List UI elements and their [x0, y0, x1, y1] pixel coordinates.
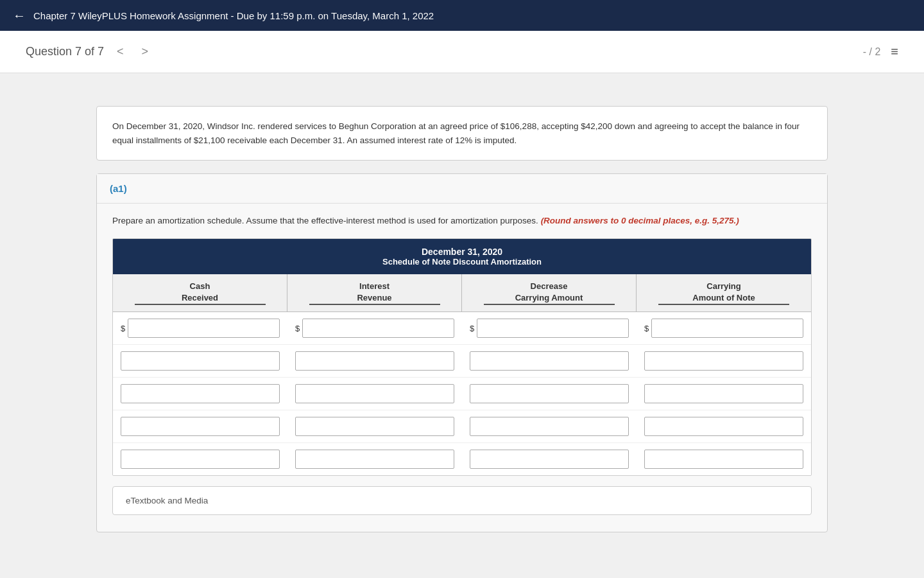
col-header-decrease-line2: Carrying Amount	[515, 293, 583, 302]
table-title-row: December 31, 2020 Schedule of Note Disco…	[113, 239, 811, 274]
row2-input2[interactable]	[295, 351, 454, 371]
row1-input3[interactable]	[477, 319, 629, 338]
top-bar: ← Chapter 7 WileyPLUS Homework Assignmen…	[0, 0, 924, 31]
row2-input4[interactable]	[644, 351, 803, 371]
dollar-sign-4: $	[644, 324, 649, 333]
row5-input3[interactable]	[470, 450, 629, 469]
row3-input4[interactable]	[644, 384, 803, 403]
col-header-carrying-line1: Carrying	[642, 281, 806, 292]
row1-cell4: $	[637, 316, 811, 340]
col-header-carrying-underline: Amount of Note	[658, 292, 790, 305]
row3-cell2	[287, 381, 462, 406]
row4-cell1	[113, 414, 287, 439]
main-content: On December 31, 2020, Windsor Inc. rende…	[0, 93, 924, 558]
table-title-sub: Schedule of Note Discount Amortization	[121, 257, 803, 267]
col-header-decrease-line1: Decrease	[467, 281, 631, 292]
row4-cell2	[287, 414, 462, 439]
dollar-sign-1: $	[121, 324, 125, 333]
part-header: (a1)	[97, 174, 827, 204]
col-header-interest: Interest Revenue	[287, 274, 462, 311]
top-bar-title: Chapter 7 WileyPLUS Homework Assignment …	[33, 10, 434, 21]
row3-cell1	[113, 381, 287, 406]
row5-cell2	[287, 447, 462, 471]
row2-cell3	[462, 349, 637, 373]
col-header-cash-line2: Received	[182, 293, 218, 302]
col-header-carrying: Carrying Amount of Note	[637, 274, 811, 311]
table-row	[113, 443, 811, 475]
question-header: Question 7 of 7 < > - / 2 ≡	[0, 31, 924, 73]
part-body: Prepare an amortization schedule. Assume…	[97, 204, 827, 532]
table-row: $ $ $ $	[113, 312, 811, 345]
col-header-cash-underline: Received	[135, 292, 266, 305]
part-a1-box: (a1) Prepare an amortization schedule. A…	[96, 173, 828, 532]
col-header-decrease-underline: Carrying Amount	[484, 292, 615, 305]
row1-input2[interactable]	[302, 319, 454, 338]
next-question-button[interactable]: >	[137, 42, 154, 61]
row1-cell3: $	[462, 316, 637, 340]
table-row	[113, 345, 811, 378]
row2-cell4	[637, 349, 811, 373]
part-label: (a1)	[110, 183, 127, 194]
row1-input4[interactable]	[651, 319, 803, 338]
col-header-cash-line1: Cash	[118, 281, 282, 292]
row5-cell4	[637, 447, 811, 471]
row3-cell4	[637, 381, 811, 406]
etextbook-label: eTextbook and Media	[126, 496, 208, 505]
table-row	[113, 410, 811, 443]
col-header-carrying-line2: Amount of Note	[692, 293, 755, 302]
row3-input2[interactable]	[295, 384, 454, 403]
prev-question-button[interactable]: <	[112, 42, 129, 61]
list-icon[interactable]: ≡	[891, 44, 898, 59]
partial-content	[96, 80, 828, 93]
question-nav: Question 7 of 7 < >	[26, 42, 153, 61]
row4-cell4	[637, 414, 811, 439]
row2-cell2	[287, 349, 462, 373]
back-button[interactable]: ←	[13, 8, 26, 23]
row2-input1[interactable]	[121, 351, 280, 371]
dollar-sign-2: $	[295, 324, 300, 333]
col-header-interest-line1: Interest	[293, 281, 456, 292]
table-title-main: December 31, 2020	[121, 247, 803, 257]
row5-input4[interactable]	[644, 450, 803, 469]
etextbook-box: eTextbook and Media	[112, 486, 812, 515]
col-header-cash: Cash Received	[113, 274, 287, 311]
col-header-interest-line2: Revenue	[357, 293, 391, 302]
row2-cell1	[113, 349, 287, 373]
row5-cell1	[113, 447, 287, 471]
amortization-table: December 31, 2020 Schedule of Note Disco…	[112, 238, 812, 476]
problem-description: On December 31, 2020, Windsor Inc. rende…	[96, 106, 828, 161]
instructions-main: Prepare an amortization schedule. Assume…	[112, 216, 538, 225]
table-header-row: Cash Received Interest Revenue Decrease	[113, 274, 811, 312]
row3-input1[interactable]	[121, 384, 280, 403]
table-data-rows: $ $ $ $	[113, 312, 811, 475]
dollar-sign-3: $	[470, 324, 474, 333]
row3-input3[interactable]	[470, 384, 629, 403]
instructions-emphasis: (Round answers to 0 decimal places, e.g.…	[541, 216, 739, 225]
table-row	[113, 378, 811, 410]
row5-cell3	[462, 447, 637, 471]
row1-input1[interactable]	[128, 319, 280, 338]
row4-input4[interactable]	[644, 417, 803, 436]
row2-input3[interactable]	[470, 351, 629, 371]
row4-cell3	[462, 414, 637, 439]
question-label: Question 7 of 7	[26, 45, 104, 58]
row3-cell3	[462, 381, 637, 406]
instructions-text: Prepare an amortization schedule. Assume…	[112, 214, 812, 228]
partial-top-section	[0, 73, 924, 93]
col-header-interest-underline: Revenue	[309, 292, 440, 305]
page-info: - / 2	[863, 46, 881, 58]
row4-input1[interactable]	[121, 417, 280, 436]
row1-cell1: $	[113, 316, 287, 340]
row4-input3[interactable]	[470, 417, 629, 436]
row1-cell2: $	[287, 316, 462, 340]
question-right: - / 2 ≡	[863, 44, 898, 59]
col-header-decrease: Decrease Carrying Amount	[462, 274, 637, 311]
problem-text: On December 31, 2020, Windsor Inc. rende…	[112, 121, 800, 145]
row5-input1[interactable]	[121, 450, 280, 469]
row4-input2[interactable]	[295, 417, 454, 436]
row5-input2[interactable]	[295, 450, 454, 469]
